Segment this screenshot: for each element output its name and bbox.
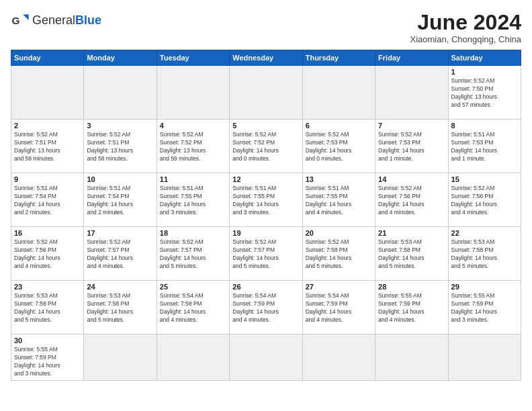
th-sunday: Sunday [11,50,84,66]
day-info-25: Sunrise: 5:54 AMSunset: 7:58 PMDaylight:… [160,292,226,324]
th-saturday: Saturday [448,50,521,66]
day-info-11: Sunrise: 5:51 AMSunset: 7:55 PMDaylight:… [160,185,226,217]
day-number-3: 3 [87,122,153,130]
svg-text:G: G [11,15,19,26]
day-6: 6 Sunrise: 5:52 AMSunset: 7:53 PMDayligh… [302,120,375,173]
day-25: 25 Sunrise: 5:54 AMSunset: 7:58 PMDaylig… [157,281,229,334]
day-22: 22 Sunrise: 5:53 AMSunset: 7:58 PMDaylig… [448,227,521,281]
th-wednesday: Wednesday [230,50,302,66]
day-21: 21 Sunrise: 5:53 AMSunset: 7:58 PMDaylig… [375,227,448,281]
day-7: 7 Sunrise: 5:52 AMSunset: 7:53 PMDayligh… [375,120,448,173]
calendar-row-5: 23 Sunrise: 5:53 AMSunset: 7:58 PMDaylig… [11,281,521,334]
day-number-24: 24 [87,283,153,291]
day-info-24: Sunrise: 5:53 AMSunset: 7:58 PMDaylight:… [87,292,153,324]
day-number-6: 6 [306,122,372,130]
day-12: 12 Sunrise: 5:51 AMSunset: 7:55 PMDaylig… [230,173,302,227]
day-info-16: Sunrise: 5:52 AMSunset: 7:56 PMDaylight:… [14,238,81,271]
day-info-20: Sunrise: 5:52 AMSunset: 7:58 PMDaylight:… [306,238,372,271]
day-27: 27 Sunrise: 5:54 AMSunset: 7:59 PMDaylig… [302,281,375,334]
day-number-2: 2 [14,122,81,130]
header: G GeneralBlue June 2024 Xiaomian, Chongq… [11,11,521,44]
empty-cell [375,334,448,381]
th-friday: Friday [375,50,448,66]
day-10: 10 Sunrise: 5:51 AMSunset: 7:54 PMDaylig… [84,173,157,227]
day-info-10: Sunrise: 5:51 AMSunset: 7:54 PMDaylight:… [87,185,153,217]
day-number-8: 8 [451,122,518,130]
calendar-page: G GeneralBlue June 2024 Xiaomian, Chongq… [0,0,532,411]
empty-cell [230,334,302,381]
day-16: 16 Sunrise: 5:52 AMSunset: 7:56 PMDaylig… [11,227,84,281]
day-28: 28 Sunrise: 5:55 AMSunset: 7:59 PMDaylig… [375,281,448,334]
empty-cell [448,334,521,381]
day-info-12: Sunrise: 5:51 AMSunset: 7:55 PMDaylight:… [232,185,299,217]
empty-cell [84,66,157,120]
calendar-row-2: 2 Sunrise: 5:52 AMSunset: 7:51 PMDayligh… [11,120,521,173]
empty-cell [375,66,448,120]
day-number-16: 16 [14,229,81,237]
day-number-18: 18 [160,229,226,237]
day-number-13: 13 [306,175,372,183]
day-number-12: 12 [232,175,299,183]
logo-text: GeneralBlue [32,13,101,28]
day-info-28: Sunrise: 5:55 AMSunset: 7:59 PMDaylight:… [378,292,445,324]
day-info-9: Sunrise: 5:51 AMSunset: 7:54 PMDaylight:… [14,185,81,217]
day-info-30: Sunrise: 5:55 AMSunset: 7:59 PMDaylight:… [14,346,81,378]
day-info-19: Sunrise: 5:52 AMSunset: 7:57 PMDaylight:… [232,238,299,271]
day-20: 20 Sunrise: 5:52 AMSunset: 7:58 PMDaylig… [302,227,375,281]
day-19: 19 Sunrise: 5:52 AMSunset: 7:57 PMDaylig… [230,227,302,281]
th-monday: Monday [84,50,157,66]
day-number-22: 22 [451,229,518,237]
day-info-1: Sunrise: 5:52 AMSunset: 7:50 PMDaylight:… [451,77,518,109]
day-number-28: 28 [378,283,445,291]
day-info-15: Sunrise: 5:52 AMSunset: 7:56 PMDaylight:… [451,185,518,217]
empty-cell [157,334,229,381]
day-24: 24 Sunrise: 5:53 AMSunset: 7:58 PMDaylig… [84,281,157,334]
day-info-27: Sunrise: 5:54 AMSunset: 7:59 PMDaylight:… [306,292,372,324]
day-number-9: 9 [14,175,81,183]
day-info-2: Sunrise: 5:52 AMSunset: 7:51 PMDaylight:… [14,131,81,163]
empty-cell [230,66,302,120]
day-29: 29 Sunrise: 5:55 AMSunset: 7:59 PMDaylig… [448,281,521,334]
day-18: 18 Sunrise: 5:52 AMSunset: 7:57 PMDaylig… [157,227,229,281]
day-11: 11 Sunrise: 5:51 AMSunset: 7:55 PMDaylig… [157,173,229,227]
day-26: 26 Sunrise: 5:54 AMSunset: 7:59 PMDaylig… [230,281,302,334]
day-8: 8 Sunrise: 5:51 AMSunset: 7:53 PMDayligh… [448,120,521,173]
day-info-26: Sunrise: 5:54 AMSunset: 7:59 PMDaylight:… [232,292,299,324]
weekday-header-row: Sunday Monday Tuesday Wednesday Thursday… [11,50,521,66]
day-number-29: 29 [451,283,518,291]
day-3: 3 Sunrise: 5:52 AMSunset: 7:51 PMDayligh… [84,120,157,173]
empty-cell [302,66,375,120]
day-4: 4 Sunrise: 5:52 AMSunset: 7:52 PMDayligh… [157,120,229,173]
day-info-3: Sunrise: 5:52 AMSunset: 7:51 PMDaylight:… [87,131,153,163]
day-5: 5 Sunrise: 5:52 AMSunset: 7:52 PMDayligh… [230,120,302,173]
day-number-7: 7 [378,122,445,130]
day-number-20: 20 [306,229,372,237]
logo-icon: G [11,11,30,30]
empty-cell [302,334,375,381]
day-number-23: 23 [14,283,81,291]
th-thursday: Thursday [302,50,375,66]
logo-general: General [32,13,75,27]
location-subtitle: Xiaomian, Chongqing, China [410,34,522,44]
day-number-21: 21 [378,229,445,237]
day-info-13: Sunrise: 5:51 AMSunset: 7:55 PMDaylight:… [306,185,372,217]
day-30: 30 Sunrise: 5:55 AMSunset: 7:59 PMDaylig… [11,334,84,381]
day-15: 15 Sunrise: 5:52 AMSunset: 7:56 PMDaylig… [448,173,521,227]
day-number-10: 10 [87,175,153,183]
day-info-23: Sunrise: 5:53 AMSunset: 7:58 PMDaylight:… [14,292,81,324]
th-tuesday: Tuesday [157,50,229,66]
day-number-30: 30 [14,336,81,345]
day-number-27: 27 [306,283,372,291]
day-17: 17 Sunrise: 5:52 AMSunset: 7:57 PMDaylig… [84,227,157,281]
day-info-29: Sunrise: 5:55 AMSunset: 7:59 PMDaylight:… [451,292,518,324]
day-number-4: 4 [160,122,226,130]
day-info-21: Sunrise: 5:53 AMSunset: 7:58 PMDaylight:… [378,238,445,271]
day-14: 14 Sunrise: 5:52 AMSunset: 7:56 PMDaylig… [375,173,448,227]
empty-cell [84,334,157,381]
logo: G GeneralBlue [11,11,101,30]
calendar-row-3: 9 Sunrise: 5:51 AMSunset: 7:54 PMDayligh… [11,173,521,227]
empty-cell [11,66,84,120]
logo-blue: Blue [75,13,101,27]
day-9: 9 Sunrise: 5:51 AMSunset: 7:54 PMDayligh… [11,173,84,227]
day-info-7: Sunrise: 5:52 AMSunset: 7:53 PMDaylight:… [378,131,445,163]
